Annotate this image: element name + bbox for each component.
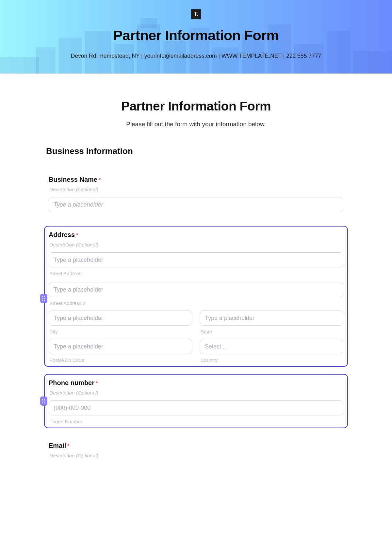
postal-code-sublabel: Postal/Zip Code xyxy=(49,357,192,363)
city-input[interactable] xyxy=(49,311,192,326)
banner-subtitle: Devon Rd, Hempstead, NY | yourinfo@email… xyxy=(0,53,392,59)
address-description[interactable]: Description (Optional) xyxy=(49,242,343,248)
form-title: Partner Information Form xyxy=(44,99,348,113)
section-heading-business: Business Information xyxy=(46,146,348,156)
phone-number-input[interactable] xyxy=(49,400,343,415)
brand-logo: T. xyxy=(191,9,201,19)
state-sublabel: State xyxy=(201,329,343,334)
drag-handle-icon[interactable] xyxy=(40,294,47,303)
business-name-label: Business Name xyxy=(49,176,97,183)
city-sublabel: City xyxy=(49,329,192,334)
banner: T. Partner Information Form Devon Rd, He… xyxy=(0,0,392,74)
field-email[interactable]: Email* Description (Optional) xyxy=(44,437,348,463)
form-page: Partner Information Form Please fill out… xyxy=(44,74,348,463)
address-label: Address xyxy=(49,231,75,238)
form-subtitle: Please fill out the form with your infor… xyxy=(44,121,348,128)
svg-rect-0 xyxy=(0,57,39,74)
phone-number-label: Phone number xyxy=(49,379,94,386)
business-name-input[interactable] xyxy=(49,197,343,212)
banner-title: Partner Information Form xyxy=(0,27,392,43)
email-description[interactable]: Description (Optional) xyxy=(49,453,343,459)
postal-code-input[interactable] xyxy=(49,339,192,354)
street-address-2-sublabel: Street Address 2 xyxy=(49,300,343,306)
phone-number-sublabel: Phone Number xyxy=(49,419,343,424)
street-address-sublabel: Street Address xyxy=(49,271,343,276)
field-phone-number[interactable]: Phone number* Description (Optional) Pho… xyxy=(44,374,348,428)
country-select[interactable]: Select... xyxy=(200,339,343,354)
street-address-2-input[interactable] xyxy=(49,282,343,297)
street-address-input[interactable] xyxy=(49,252,343,267)
drag-handle-icon[interactable] xyxy=(40,396,47,406)
business-name-description[interactable]: Description (Optional) xyxy=(49,187,343,193)
email-label: Email xyxy=(49,442,66,449)
required-mark: * xyxy=(76,232,78,238)
state-input[interactable] xyxy=(200,311,343,326)
country-sublabel: Country xyxy=(201,357,343,363)
field-business-name[interactable]: Business Name* Description (Optional) xyxy=(44,171,348,216)
field-address[interactable]: Address* Description (Optional) Street A… xyxy=(44,226,348,367)
required-mark: * xyxy=(96,380,98,386)
required-mark: * xyxy=(99,177,101,183)
phone-number-description[interactable]: Description (Optional) xyxy=(49,390,343,396)
required-mark: * xyxy=(67,443,69,449)
